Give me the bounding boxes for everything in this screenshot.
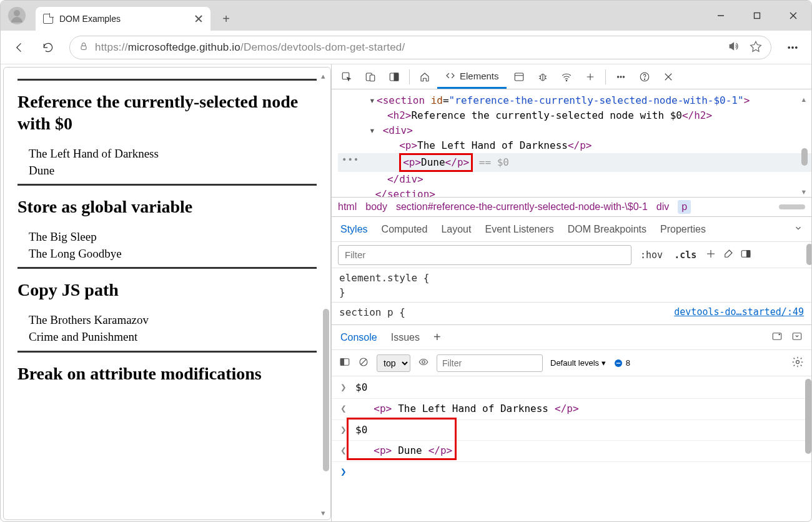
devtools-header: Elements bbox=[332, 64, 811, 89]
console-body[interactable]: ❯$0 ❮ <p>The Left Hand of Darkness</p> ❯… bbox=[332, 376, 811, 522]
console-drawer: Console Issues + top Default levels ▾ 8 bbox=[332, 324, 811, 522]
context-select[interactable]: top bbox=[377, 354, 410, 372]
tab-layout[interactable]: Layout bbox=[441, 224, 471, 235]
tab-title: DOM Examples bbox=[59, 14, 188, 24]
brush-icon[interactable] bbox=[723, 248, 734, 261]
crumb[interactable]: section#reference-the-currently-selected… bbox=[396, 201, 648, 213]
close-devtools-icon[interactable] bbox=[657, 66, 680, 88]
browser-toolbar: https://microsoftedge.github.io/Demos/de… bbox=[1, 31, 811, 64]
page-scrollbar[interactable]: ▴ ▾ bbox=[320, 71, 329, 516]
cls-toggle[interactable]: .cls bbox=[671, 249, 699, 261]
network-icon[interactable] bbox=[555, 66, 578, 88]
rule-brace: } bbox=[339, 286, 345, 298]
console-filter-input[interactable] bbox=[437, 354, 543, 372]
input-caret-icon: ❯ bbox=[340, 379, 349, 397]
close-tab-icon[interactable] bbox=[194, 14, 203, 23]
tab-issues[interactable]: Issues bbox=[391, 332, 420, 343]
back-button[interactable] bbox=[7, 35, 32, 60]
tab-elements[interactable]: Elements bbox=[437, 65, 507, 89]
url-text: https://microsoftedge.github.io/Demos/de… bbox=[95, 41, 405, 54]
read-aloud-icon[interactable] bbox=[728, 40, 741, 54]
sidebar-icon[interactable] bbox=[771, 331, 783, 344]
app-icon[interactable] bbox=[508, 66, 530, 88]
svg-line-19 bbox=[545, 76, 546, 76]
device-icon[interactable] bbox=[359, 66, 382, 88]
tab-dom-breakpoints[interactable]: DOM Breakpoints bbox=[568, 224, 646, 235]
svg-line-21 bbox=[545, 78, 546, 79]
dom-tree[interactable]: ▾<section id="reference-the-currently-se… bbox=[332, 89, 811, 197]
list-item: The Left Hand of Darkness bbox=[29, 146, 317, 163]
settings-icon[interactable] bbox=[791, 356, 804, 370]
crumb[interactable]: div bbox=[656, 201, 669, 213]
styles-pane[interactable]: element.style { } devtools-do…started/:4… bbox=[332, 268, 811, 324]
close-window-button[interactable] bbox=[775, 1, 811, 31]
add-tab-icon[interactable]: + bbox=[433, 330, 441, 344]
clear-console-icon[interactable] bbox=[358, 356, 369, 369]
svg-rect-1 bbox=[755, 13, 760, 19]
svg-point-46 bbox=[796, 361, 800, 364]
new-rule-icon[interactable] bbox=[705, 248, 716, 261]
rule-selector: section p { bbox=[339, 306, 405, 318]
minimize-button[interactable] bbox=[703, 1, 739, 31]
styles-filter-input[interactable] bbox=[338, 245, 631, 265]
issues-badge[interactable]: 8 bbox=[613, 358, 630, 368]
prompt-caret-icon[interactable]: ❯ bbox=[340, 463, 349, 481]
crumb[interactable]: body bbox=[365, 201, 387, 213]
toggle-sidebar-icon[interactable] bbox=[339, 356, 350, 369]
crumb-selected[interactable]: p bbox=[678, 200, 691, 214]
overflow-icon[interactable] bbox=[610, 66, 632, 88]
svg-point-43 bbox=[422, 361, 425, 364]
bug-icon[interactable] bbox=[532, 66, 554, 88]
tab-properties[interactable]: Properties bbox=[660, 224, 706, 235]
window-titlebar: DOM Examples + bbox=[1, 1, 811, 31]
svg-rect-11 bbox=[370, 75, 375, 81]
refresh-button[interactable] bbox=[36, 35, 61, 60]
panel-toggle-icon[interactable] bbox=[740, 248, 751, 261]
section-heading: Store as global variable bbox=[17, 196, 317, 218]
svg-rect-45 bbox=[616, 363, 620, 363]
svg-rect-14 bbox=[515, 73, 523, 81]
crumb[interactable]: html bbox=[338, 201, 357, 213]
page-viewport: Reference the currently-selected node wi… bbox=[3, 67, 331, 520]
console-scrollbar[interactable] bbox=[805, 379, 811, 454]
scroll-down-icon[interactable]: ▾ bbox=[321, 508, 329, 516]
inspect-icon[interactable] bbox=[335, 66, 358, 88]
maximize-button[interactable] bbox=[739, 1, 775, 31]
source-link[interactable]: devtools-do…started/:49 bbox=[674, 306, 804, 318]
welcome-icon[interactable] bbox=[413, 66, 436, 88]
live-expr-icon[interactable] bbox=[418, 356, 429, 369]
svg-line-42 bbox=[361, 359, 366, 364]
scroll-up-icon[interactable]: ▴ bbox=[321, 71, 329, 79]
tab-console[interactable]: Console bbox=[340, 332, 377, 343]
crumb-scrollbar[interactable] bbox=[779, 204, 805, 209]
profile-button[interactable] bbox=[4, 3, 29, 28]
gutter-dots-icon[interactable]: ••• bbox=[342, 153, 359, 166]
address-bar[interactable]: https://microsoftedge.github.io/Demos/de… bbox=[69, 36, 771, 59]
dom-breadcrumbs[interactable]: html body section#reference-the-currentl… bbox=[332, 197, 811, 217]
styles-scrollbar[interactable] bbox=[806, 244, 812, 265]
collapse-icon[interactable] bbox=[791, 331, 803, 344]
new-tab-button[interactable]: + bbox=[215, 8, 237, 29]
dock-icon[interactable] bbox=[383, 66, 405, 88]
list-item: The Long Goodbye bbox=[29, 246, 317, 263]
menu-button[interactable] bbox=[780, 35, 805, 60]
styles-filter-row: :hov .cls bbox=[332, 242, 811, 268]
browser-tab[interactable]: DOM Examples bbox=[36, 7, 210, 31]
favorite-icon[interactable] bbox=[750, 40, 762, 54]
tree-scrollbar[interactable]: ▴ ▾ bbox=[801, 93, 809, 193]
window-controls bbox=[703, 1, 811, 31]
tab-event-listeners[interactable]: Event Listeners bbox=[485, 224, 553, 235]
list-item: Dune bbox=[29, 163, 317, 179]
hov-toggle[interactable]: :hov bbox=[638, 249, 665, 261]
selected-node[interactable]: ••• <p>Dune</p> == $0 bbox=[338, 153, 811, 172]
help-icon[interactable] bbox=[633, 66, 656, 88]
log-levels[interactable]: Default levels ▾ bbox=[550, 358, 606, 368]
rule-selector: element.style { bbox=[339, 272, 430, 284]
svg-rect-13 bbox=[394, 73, 399, 81]
chevron-down-icon[interactable] bbox=[794, 224, 803, 235]
svg-point-8 bbox=[796, 46, 798, 48]
more-tabs-icon[interactable] bbox=[579, 66, 602, 88]
tab-computed[interactable]: Computed bbox=[382, 224, 428, 235]
tab-styles[interactable]: Styles bbox=[340, 224, 368, 235]
scroll-thumb[interactable] bbox=[323, 309, 329, 471]
